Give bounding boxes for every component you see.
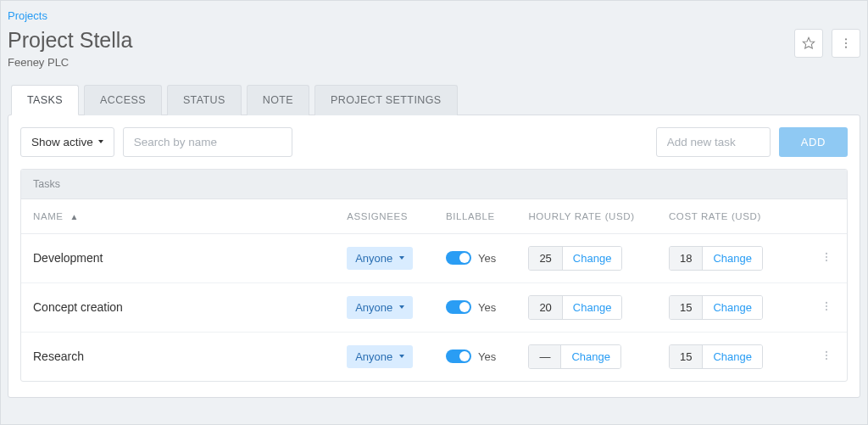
tasks-table-wrap: Tasks NAME ▲ ASSIGNEES BILLABLE HOURLY R… <box>20 169 848 382</box>
add-task-input[interactable] <box>656 127 771 157</box>
billable-cell: Yes <box>446 350 504 363</box>
tab-project-settings[interactable]: PROJECT SETTINGS <box>314 85 458 115</box>
hourly-rate-change-button[interactable]: Change <box>561 345 620 368</box>
tab-note[interactable]: NOTE <box>247 85 309 115</box>
column-header-menu <box>805 199 847 234</box>
more-vertical-icon <box>821 251 832 263</box>
column-header-cost-rate[interactable]: COST RATE (USD) <box>657 199 805 234</box>
tab-access[interactable]: ACCESS <box>84 85 162 115</box>
more-vertical-icon <box>839 36 853 50</box>
toolbar: Show active ADD <box>20 127 848 157</box>
chevron-down-icon <box>399 355 404 358</box>
page-root: Projects Project Stella Feeney PLC TASKS… <box>0 0 868 425</box>
task-name-cell: Research <box>21 332 335 381</box>
column-header-assignees[interactable]: ASSIGNEES <box>335 199 434 234</box>
hourly-rate-value: 20 <box>529 296 562 319</box>
billable-cell: Yes <box>446 300 504 314</box>
billable-toggle[interactable] <box>446 350 471 363</box>
billable-toggle[interactable] <box>446 251 471 265</box>
svg-point-1 <box>845 38 847 40</box>
chevron-down-icon <box>98 140 103 143</box>
tasks-table: NAME ▲ ASSIGNEES BILLABLE HOURLY RATE (U… <box>21 199 847 381</box>
hourly-rate-group: 25 Change <box>528 246 622 271</box>
hourly-rate-group: 20 Change <box>528 295 622 320</box>
tasks-panel: Show active ADD Tasks NAME ▲ ASSIGNEES <box>8 115 860 398</box>
column-header-billable[interactable]: BILLABLE <box>434 199 516 234</box>
svg-point-5 <box>826 255 827 257</box>
page-subtitle: Feeney PLC <box>8 56 132 69</box>
svg-point-6 <box>826 260 827 261</box>
billable-label: Yes <box>478 350 496 363</box>
hourly-rate-change-button[interactable]: Change <box>563 247 622 270</box>
column-header-name-label: NAME <box>33 211 64 221</box>
tab-status[interactable]: STATUS <box>167 85 242 115</box>
page-header: Project Stella Feeney PLC <box>6 29 862 84</box>
cost-rate-value: 18 <box>670 247 703 270</box>
billable-label: Yes <box>478 252 496 265</box>
breadcrumb: Projects <box>6 6 862 29</box>
svg-point-2 <box>845 42 847 44</box>
row-menu-button[interactable] <box>818 300 835 312</box>
favorite-button[interactable] <box>794 29 823 58</box>
billable-cell: Yes <box>446 251 504 265</box>
task-name-cell: Concept creation <box>21 282 335 332</box>
page-title: Project Stella <box>8 29 132 53</box>
svg-marker-0 <box>803 37 814 48</box>
svg-point-8 <box>826 305 827 306</box>
filter-dropdown[interactable]: Show active <box>20 127 114 157</box>
sort-indicator-icon: ▲ <box>70 212 79 221</box>
table-title: Tasks <box>21 170 847 199</box>
svg-point-11 <box>826 354 827 355</box>
cost-rate-change-button[interactable]: Change <box>703 345 762 368</box>
table-row: Research Anyone Yes <box>21 332 847 381</box>
table-row: Development Anyone Yes <box>21 233 847 282</box>
cost-rate-value: 15 <box>670 345 703 368</box>
header-actions <box>794 29 860 58</box>
chevron-down-icon <box>399 305 404 309</box>
search-input[interactable] <box>123 127 292 157</box>
breadcrumb-projects-link[interactable]: Projects <box>8 9 47 22</box>
more-vertical-icon <box>821 350 832 361</box>
row-menu-button[interactable] <box>818 251 835 263</box>
cost-rate-group: 18 Change <box>669 246 763 271</box>
more-vertical-icon <box>821 300 832 312</box>
table-row: Concept creation Anyone Yes <box>21 282 847 332</box>
svg-point-10 <box>826 350 827 352</box>
cost-rate-group: 15 Change <box>669 295 763 320</box>
hourly-rate-group: — Change <box>528 344 621 369</box>
filter-label: Show active <box>31 136 93 148</box>
assignee-label: Anyone <box>355 350 392 363</box>
more-button[interactable] <box>832 29 860 58</box>
star-icon <box>802 36 815 50</box>
cost-rate-group: 15 Change <box>669 344 763 369</box>
hourly-rate-value: — <box>529 345 561 368</box>
column-header-hourly-rate[interactable]: HOURLY RATE (USD) <box>516 199 657 234</box>
hourly-rate-change-button[interactable]: Change <box>563 296 622 319</box>
svg-point-7 <box>826 301 827 303</box>
hourly-rate-value: 25 <box>529 247 562 270</box>
svg-point-3 <box>845 47 847 48</box>
cost-rate-value: 15 <box>670 296 703 319</box>
billable-toggle[interactable] <box>446 300 471 314</box>
add-task-button[interactable]: ADD <box>779 127 848 157</box>
assignee-dropdown[interactable]: Anyone <box>347 247 413 270</box>
svg-point-4 <box>826 252 827 254</box>
svg-point-12 <box>826 358 827 360</box>
assignee-label: Anyone <box>355 301 392 314</box>
cost-rate-change-button[interactable]: Change <box>703 296 762 319</box>
row-menu-button[interactable] <box>818 350 835 361</box>
assignee-dropdown[interactable]: Anyone <box>347 296 413 319</box>
title-block: Project Stella Feeney PLC <box>8 29 132 69</box>
tab-tasks[interactable]: TASKS <box>11 85 79 115</box>
chevron-down-icon <box>399 256 404 260</box>
assignee-dropdown[interactable]: Anyone <box>347 345 413 368</box>
tab-bar: TASKS ACCESS STATUS NOTE PROJECT SETTING… <box>6 84 862 115</box>
billable-label: Yes <box>478 301 496 314</box>
cost-rate-change-button[interactable]: Change <box>703 247 762 270</box>
svg-point-9 <box>826 309 827 310</box>
assignee-label: Anyone <box>355 252 392 265</box>
column-header-name[interactable]: NAME ▲ <box>21 199 335 234</box>
task-name-cell: Development <box>21 233 335 282</box>
